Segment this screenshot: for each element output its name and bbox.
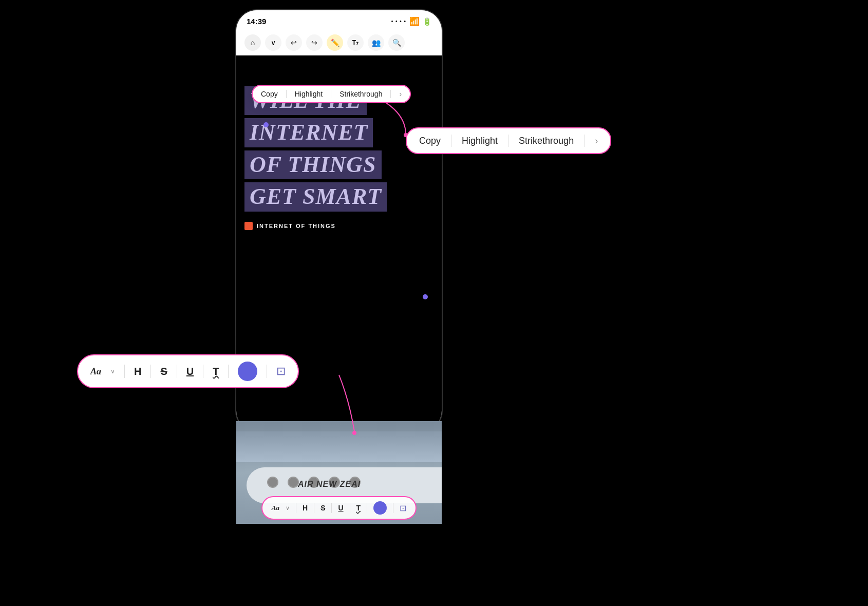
status-time: 14:39 (247, 17, 266, 26)
battery-icon: 🔋 (423, 17, 431, 26)
category-tag: INTERNET OF THINGS (244, 222, 433, 230)
menu-divider-3-large (584, 135, 584, 147)
divider-large-1 (124, 365, 125, 378)
airline-name: AIR NEW ZEAI (298, 480, 361, 489)
strikethrough-btn-large[interactable]: S (160, 366, 167, 377)
strikethrough-btn-large[interactable]: Strikethrough (519, 136, 574, 146)
airplane-image: AIR NEW ZEAI Aa ∨ H S U T ⊡ (236, 421, 442, 524)
phone-toolbar-2-container: Aa ∨ H S U T ⊡ (236, 496, 442, 520)
divider-large-5 (228, 365, 229, 378)
copy-btn-small[interactable]: Copy (261, 90, 278, 98)
heading-btn-large[interactable]: H (134, 366, 141, 377)
headline-line-3: OF THINGS (244, 150, 433, 179)
divider-5-2 (367, 503, 367, 513)
home-icon: ⌂ (251, 39, 255, 47)
undo-button[interactable]: ↩ (286, 34, 302, 51)
highlight-btn-small[interactable]: Highlight (295, 90, 323, 98)
phone-toolbar-2: Aa ∨ H S U T ⊡ (261, 496, 417, 520)
large-toolbar: Aa ∨ H S U T ⊡ (77, 354, 299, 388)
menu-divider-1-small (286, 90, 287, 98)
status-icons: • • • • 📶 🔋 (391, 16, 431, 26)
headline-line-2: INTERNET (244, 118, 433, 147)
context-menu-small: Copy Highlight Strikethrough › (252, 85, 411, 103)
body-text-btn-2[interactable]: T (356, 504, 361, 512)
menu-divider-3-small (390, 90, 391, 98)
category-dot-icon (244, 222, 253, 230)
menu-divider-2-large (508, 135, 508, 147)
format-button[interactable]: T₇ (347, 34, 364, 51)
search-button[interactable]: 🔍 (388, 34, 405, 51)
font-btn-large[interactable]: Aa (90, 366, 101, 377)
divider-large-6 (267, 365, 267, 378)
more-chevron-large[interactable]: › (595, 136, 598, 146)
signal-dots-icon: • • • • (391, 18, 406, 24)
font-btn-2[interactable]: Aa (272, 504, 279, 512)
redo-icon: ↪ (311, 39, 317, 47)
more-chevron-small[interactable]: › (399, 90, 402, 98)
dropdown-button[interactable]: ∨ (265, 34, 281, 51)
plane-window-2 (288, 477, 299, 488)
wifi-icon: 📶 (409, 16, 420, 26)
selection-handle-top (263, 122, 269, 127)
people-icon: 👥 (372, 39, 381, 47)
heading-btn-2[interactable]: H (303, 504, 308, 512)
status-bar: 14:39 • • • • 📶 🔋 (236, 10, 442, 30)
divider-1-2 (296, 503, 296, 513)
chevron-down-icon: ∨ (271, 39, 276, 47)
home-button[interactable]: ⌂ (244, 34, 261, 51)
people-button[interactable]: 👥 (368, 34, 384, 51)
divider-large-3 (177, 365, 177, 378)
sky-bg (236, 431, 442, 462)
divider-large-2 (150, 365, 151, 378)
nav-bar: ⌂ ∨ ↩ ↪ ✏️ T₇ 👥 🔍 (236, 30, 442, 55)
divider-6-2 (393, 503, 393, 513)
pencil-button[interactable]: ✏️ (327, 34, 343, 51)
article-body: WILL THE INTERNET OF THINGS GET SMART (236, 81, 442, 235)
divider-2-2 (314, 503, 314, 513)
copy-btn-large[interactable]: Copy (419, 136, 441, 146)
highlight-btn-large[interactable]: Highlight (462, 136, 498, 146)
strikethrough-btn-small[interactable]: Strikethrough (339, 90, 382, 98)
strikethrough-btn-2[interactable]: S (320, 504, 325, 512)
color-circle-2[interactable] (373, 501, 387, 515)
select-btn-large[interactable]: ⊡ (276, 365, 286, 378)
selection-handle-bottom (423, 294, 428, 299)
menu-divider-1-large (451, 135, 451, 147)
divider-large-4 (203, 365, 203, 378)
color-circle-large[interactable] (238, 362, 257, 381)
search-icon: 🔍 (392, 39, 401, 47)
format-icon: T₇ (352, 39, 358, 46)
dropdown-arrow-2[interactable]: ∨ (286, 505, 290, 512)
divider-4-2 (350, 503, 350, 513)
dropdown-arrow-large[interactable]: ∨ (110, 368, 115, 375)
menu-divider-2-small (331, 90, 331, 98)
divider-3-2 (331, 503, 332, 513)
redo-button[interactable]: ↪ (306, 34, 323, 51)
headline-line-4: GET SMART (244, 182, 433, 211)
pencil-icon: ✏️ (331, 39, 339, 47)
context-menu-large: Copy Highlight Strikethrough › (406, 127, 611, 154)
undo-icon: ↩ (291, 39, 297, 47)
body-text-btn-large[interactable]: T (213, 366, 219, 377)
select-btn-2[interactable]: ⊡ (400, 503, 406, 513)
underline-btn-large[interactable]: U (186, 366, 194, 377)
plane-window-1 (267, 477, 278, 488)
underline-btn-2[interactable]: U (338, 504, 343, 512)
